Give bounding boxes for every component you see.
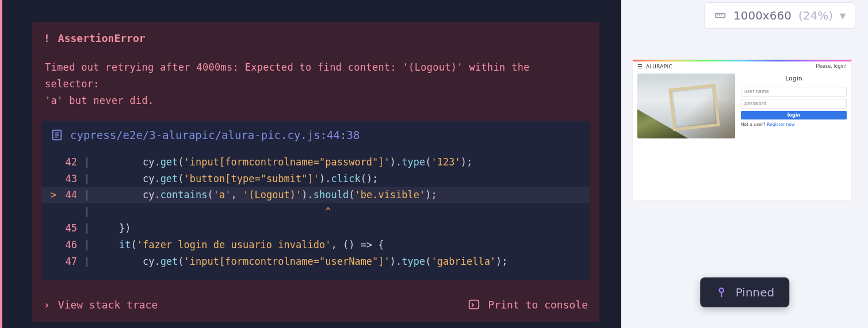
preview-login-form: Login user name password login Not a use… xyxy=(741,74,847,138)
view-stack-trace-button[interactable]: › View stack trace xyxy=(44,299,158,311)
code-lines: 42 | cy.get('input[formcontrolname="pass… xyxy=(41,149,590,280)
please-login-text: Please, login! xyxy=(816,64,847,69)
pinned-label: Pinned xyxy=(736,285,775,299)
hamburger-icon[interactable]: ☰ xyxy=(637,63,643,70)
error-footer: › View stack trace Print to console xyxy=(44,298,588,311)
username-input[interactable]: user name xyxy=(741,87,847,97)
print-to-console-label: Print to console xyxy=(488,299,588,311)
chevron-down-icon: ▾ xyxy=(840,9,846,22)
viewport-dimensions: 1000x660 xyxy=(733,9,791,22)
pinned-snapshot-badge[interactable]: Pinned xyxy=(700,277,790,307)
app-preview-panel: 1000x660 (24%) ▾ ☰ ALURAPIC Please, logi… xyxy=(621,0,868,328)
svg-rect-4 xyxy=(469,300,479,309)
code-line-caret: | ^ xyxy=(41,203,590,220)
not-a-user-text: Not a user? xyxy=(741,122,766,127)
code-frame: cypress/e2e/3-alurapic/alura-pic.cy.js:4… xyxy=(41,121,590,280)
error-title: AssertionError xyxy=(58,32,146,44)
login-heading: Login xyxy=(741,75,847,82)
preview-header: ☰ ALURAPIC Please, login! xyxy=(633,61,851,71)
register-row: Not a user? Register now xyxy=(741,122,847,127)
code-line-43: 43 | cy.get('button[type="submit"]').cli… xyxy=(41,171,590,187)
code-line-46: 46 | it('fazer login de usuario invalido… xyxy=(41,237,590,253)
password-input[interactable]: password xyxy=(741,99,847,109)
app-under-test-preview[interactable]: ☰ ALURAPIC Please, login! Login user nam… xyxy=(633,60,851,200)
register-link[interactable]: Register now xyxy=(767,122,795,127)
code-line-45: 45 | }) xyxy=(41,220,590,237)
error-message-line-2: 'a' but never did. xyxy=(45,92,587,109)
pin-icon xyxy=(715,286,728,299)
viewport-selector[interactable]: 1000x660 (24%) ▾ xyxy=(704,2,855,29)
test-error-panel: ! AssertionError Timed out retrying afte… xyxy=(0,0,621,328)
exclamation-icon: ! xyxy=(44,32,50,44)
console-icon xyxy=(468,298,480,311)
view-stack-trace-label: View stack trace xyxy=(58,299,158,311)
svg-point-9 xyxy=(719,288,723,292)
viewport-scale: (24%) xyxy=(798,9,833,22)
preview-body: Login user name password login Not a use… xyxy=(633,71,851,143)
code-line-44: > 44 | cy.contains('a', '(Logout)').shou… xyxy=(41,187,590,203)
ruler-icon xyxy=(714,9,726,22)
preview-brand: ALURAPIC xyxy=(646,64,672,70)
code-file-path-row[interactable]: cypress/e2e/3-alurapic/alura-pic.cy.js:4… xyxy=(41,121,590,149)
file-icon xyxy=(51,129,63,141)
preview-hero-image xyxy=(637,74,735,138)
code-line-47: 47 | cy.get('input[formcontrolname="user… xyxy=(41,253,590,270)
code-line-42: 42 | cy.get('input[formcontrolname="pass… xyxy=(41,154,590,171)
file-path[interactable]: cypress/e2e/3-alurapic/alura-pic.cy.js:4… xyxy=(70,129,360,141)
error-message: Timed out retrying after 4000ms: Expecte… xyxy=(32,52,599,121)
chevron-right-icon: › xyxy=(44,299,50,311)
error-message-line-1: Timed out retrying after 4000ms: Expecte… xyxy=(45,59,587,92)
error-header: ! AssertionError xyxy=(32,22,599,52)
login-button[interactable]: login xyxy=(741,111,847,119)
assertion-error-box: ! AssertionError Timed out retrying afte… xyxy=(32,22,599,322)
print-to-console-button[interactable]: Print to console xyxy=(468,298,588,311)
